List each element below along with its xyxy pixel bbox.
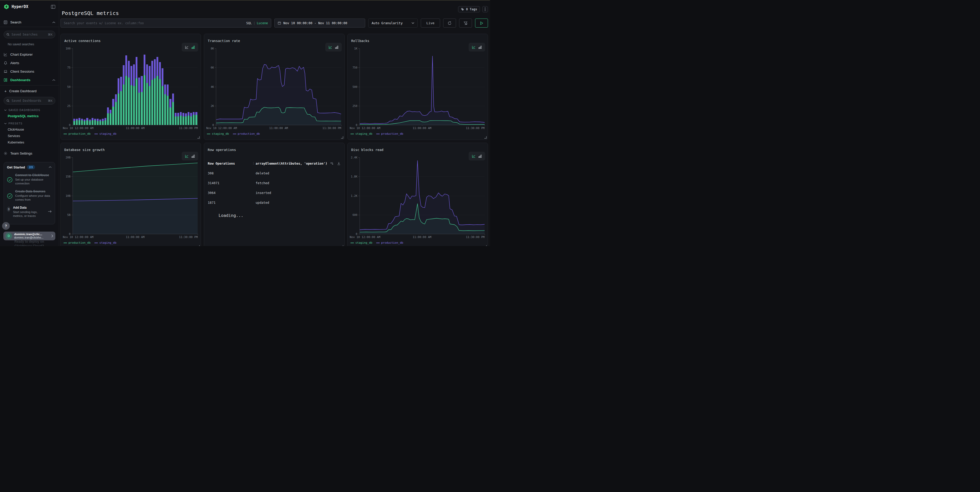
check-circle-icon (7, 189, 13, 202)
legend-item[interactable]: staging_db (94, 132, 116, 136)
bar-chart-toggle-icon[interactable] (478, 154, 482, 158)
bar-segment-staging (138, 78, 140, 93)
team-settings-button[interactable]: Team Settings (0, 152, 59, 155)
bar-segment-production (78, 120, 80, 125)
kebab-menu-button[interactable] (482, 6, 488, 12)
sidebar-item-chart-explorer[interactable]: Chart Explorer (0, 50, 59, 59)
bar-segment-staging (73, 119, 75, 121)
legend-item[interactable]: production_db (64, 241, 91, 244)
bar (180, 48, 182, 125)
bar (172, 48, 174, 125)
line-chart-toggle-icon[interactable] (328, 45, 332, 49)
sidebar-section-search[interactable]: Search (0, 20, 59, 24)
legend-item[interactable]: production_db (376, 241, 403, 244)
bar (89, 48, 91, 125)
search-section-label: Search (10, 20, 49, 24)
date-range-picker[interactable]: Nov 10 00:00:00 - Nov 11 00:00:00 (274, 19, 365, 27)
sidebar-preset-kubernetes[interactable]: Kubernetes (8, 141, 59, 144)
column-drag-handle-icon[interactable] (252, 162, 256, 165)
panel-transaction-rate: Transaction rate02K4K6K8KNov 10 12:00:00… (204, 34, 344, 140)
chart-type-toggle (325, 43, 342, 51)
legend-label: production_db (381, 132, 403, 136)
chart-explorer-icon (3, 53, 8, 56)
sidebar-item-client-sessions[interactable]: Client Sessions (0, 67, 59, 76)
app-root: HyperDX Search Saved Searches ⌘K No save… (0, 0, 490, 246)
sql-option[interactable]: SQL (246, 21, 252, 25)
event-search-input[interactable]: Search your events w/ Lucene ex. column:… (60, 19, 271, 27)
filter-button[interactable] (459, 19, 472, 27)
sidebar-item-alerts[interactable]: Alerts (0, 59, 59, 67)
chevron-up-icon[interactable] (49, 166, 52, 168)
bar (97, 48, 99, 125)
bar (84, 48, 86, 125)
legend-item[interactable]: staging_db (350, 132, 372, 136)
legend-item[interactable]: staging_db (350, 241, 372, 244)
chart-legend: staging_dbproduction_db (350, 241, 403, 244)
saved-dashboards-input[interactable]: Saved Dashboards ⌘K (3, 97, 55, 105)
sidebar-item-dashboards[interactable]: Dashboards (0, 76, 59, 84)
sidebar-dashboard-postgresql-metrics[interactable]: PostgreSQL metrics (8, 114, 59, 118)
bar-chart-toggle-icon[interactable] (478, 45, 482, 49)
lucene-option[interactable]: Lucene (257, 21, 268, 25)
event-search-placeholder: Search your events w/ Lucene ex. column:… (64, 21, 244, 25)
get-started-step-add-data[interactable]: 3 Add Data Start sending logs, metrics, … (7, 205, 52, 218)
download-icon[interactable] (337, 161, 341, 165)
tags-button[interactable]: 0 Tags (458, 6, 480, 12)
panel-resize-handle[interactable] (197, 245, 200, 246)
legend-item[interactable]: staging_db (94, 241, 116, 244)
chart-type-toggle (182, 152, 198, 160)
saved-searches-placeholder: Saved Searches (11, 33, 46, 36)
bar-segment-production (92, 120, 94, 125)
panel-resize-handle[interactable] (484, 245, 487, 246)
granularity-select[interactable]: Auto Granularity (368, 19, 418, 27)
reorder-columns-icon[interactable] (330, 161, 334, 165)
live-button[interactable]: Live (421, 19, 440, 27)
sidebar-preset-services[interactable]: Services (8, 134, 59, 138)
chart-type-toggle (182, 43, 198, 51)
bar (118, 48, 119, 125)
sidebar-collapse-icon[interactable] (51, 5, 55, 9)
refresh-button[interactable] (443, 19, 456, 27)
bar-segment-production (102, 121, 104, 125)
sidebar-preset-clickhouse[interactable]: ClickHouse (8, 128, 59, 131)
loading-text: Loading... (218, 213, 243, 218)
bar-segment-production (94, 120, 96, 125)
table-row: 3064inserted (208, 191, 340, 195)
user-menu[interactable]: D dominic.tran@clic... dominic.tran@clic… (3, 232, 55, 240)
bar (105, 48, 106, 125)
bar-segment-staging (146, 64, 148, 83)
bar-segment-staging (156, 57, 158, 76)
bar-chart-toggle-icon[interactable] (191, 154, 195, 158)
legend-item[interactable]: production_db (64, 132, 91, 136)
bar (133, 48, 135, 125)
presets-section-header[interactable]: PRESETS (4, 122, 59, 125)
bar-segment-staging (97, 119, 99, 121)
panel-resize-handle[interactable] (341, 136, 343, 139)
panel-resize-handle[interactable] (484, 136, 487, 139)
saved-searches-input[interactable]: Saved Searches ⌘K (3, 30, 55, 38)
bar-segment-staging (167, 85, 169, 96)
line-chart-toggle-icon[interactable] (472, 154, 476, 158)
legend-label: staging_db (355, 132, 372, 136)
line-chart-toggle-icon[interactable] (185, 45, 189, 49)
create-dashboard-button[interactable]: Create Dashboard (0, 87, 59, 95)
legend-item[interactable]: staging_db (207, 132, 229, 136)
bar-chart-toggle-icon[interactable] (191, 45, 195, 49)
query-language-toggle[interactable]: SQL|Lucene (246, 21, 268, 25)
line-chart-toggle-icon[interactable] (472, 45, 476, 49)
legend-item[interactable]: production_db (376, 132, 403, 136)
legend-item[interactable]: production_db (233, 132, 260, 136)
run-query-button[interactable] (475, 19, 488, 27)
bar-segment-staging (110, 110, 111, 113)
bar-chart-toggle-icon[interactable] (335, 45, 339, 49)
get-started-step-connect[interactable]: Connect to ClickHouse Set up your databa… (7, 173, 52, 185)
panel-resize-handle[interactable] (197, 136, 200, 139)
bar (188, 48, 189, 125)
panel-resize-handle[interactable] (341, 245, 343, 246)
line-chart-toggle-icon[interactable] (185, 154, 189, 158)
saved-dashboards-section-header[interactable]: SAVED DASHBOARDS (4, 109, 59, 112)
bar (120, 48, 122, 125)
get-started-step-sources[interactable]: Create Data Sources Configure where your… (7, 189, 52, 202)
bar-segment-production (183, 117, 184, 125)
help-button[interactable]: ? (2, 222, 10, 230)
